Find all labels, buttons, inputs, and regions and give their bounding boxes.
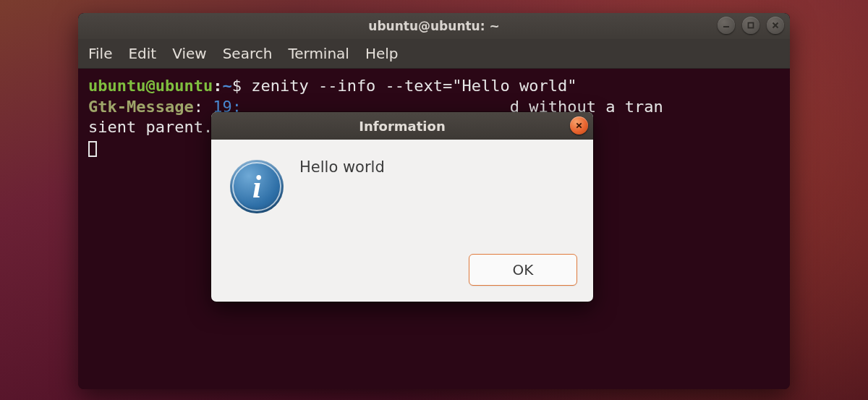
terminal-title: ubuntu@ubuntu: ~ <box>368 19 499 33</box>
info-glyph: i <box>252 169 261 205</box>
dialog-message: Hello world <box>299 157 385 244</box>
menu-help[interactable]: Help <box>365 45 399 62</box>
gtk-colon: : <box>194 98 213 116</box>
dialog-close-button[interactable] <box>570 116 588 135</box>
menu-edit[interactable]: Edit <box>128 45 156 62</box>
dialog-button-row: OK <box>211 254 593 302</box>
terminal-menubar: File Edit View Search Terminal Help <box>78 39 790 69</box>
dialog-titlebar[interactable]: Information <box>211 112 593 140</box>
dialog-body: i Hello world <box>211 140 593 254</box>
close-icon <box>575 122 583 129</box>
close-icon <box>771 21 780 30</box>
gtk-message-label: Gtk-Message <box>88 98 194 116</box>
ok-button[interactable]: OK <box>469 254 577 286</box>
window-controls <box>718 17 784 34</box>
svg-rect-1 <box>749 23 754 28</box>
minimize-button[interactable] <box>718 17 735 34</box>
menu-view[interactable]: View <box>172 45 206 62</box>
info-icon: i <box>230 160 284 213</box>
menu-search[interactable]: Search <box>223 45 273 62</box>
info-dialog-window: Information i Hello world OK <box>211 112 593 302</box>
desktop-background: ubuntu@ubuntu: ~ File Edit View Search T… <box>0 0 868 400</box>
command-text: zenity --info --text="Hello world" <box>242 77 577 95</box>
terminal-cursor <box>88 141 97 157</box>
dialog-title: Information <box>359 119 445 134</box>
maximize-icon <box>746 21 755 30</box>
menu-terminal[interactable]: Terminal <box>288 45 349 62</box>
minimize-icon <box>722 21 731 30</box>
prompt-path: ~ <box>222 77 231 95</box>
prompt-user: ubuntu@ubuntu <box>88 77 213 95</box>
menu-file[interactable]: File <box>88 45 112 62</box>
prompt-separator: : <box>213 77 222 95</box>
prompt-symbol: $ <box>232 77 242 95</box>
close-button[interactable] <box>767 17 784 34</box>
maximize-button[interactable] <box>742 17 760 34</box>
terminal-titlebar[interactable]: ubuntu@ubuntu: ~ <box>78 13 790 39</box>
